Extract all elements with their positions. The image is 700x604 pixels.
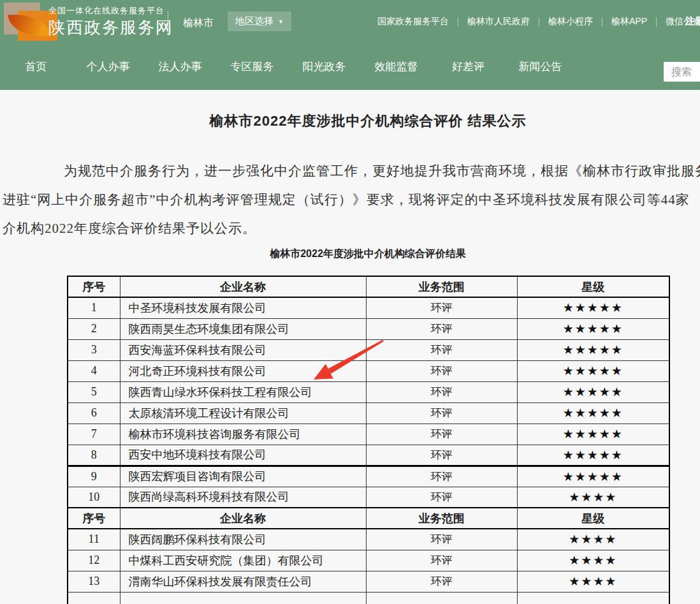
company-name: 陕西雨昊生态环境集团有限公司 <box>120 318 366 339</box>
nav-item-open-government[interactable]: 阳光政务 <box>288 59 360 74</box>
table-header-row-repeat: 序号 企业名称 业务范围 星级 <box>68 508 669 529</box>
table-row: 13 渭南华山环保科技发展有限责任公司 环评 ★★★★ <box>68 571 669 592</box>
star-rating: ★★★★★ <box>517 402 669 424</box>
table-row: 3 西安海蓝环保科技有限公司 环评 ★★★★★ <box>68 339 669 360</box>
column-header-name: 企业名称 <box>120 508 366 529</box>
table-row: 5 陕西青山绿水环保科技工程有限公司 环评 ★★★★★ <box>68 381 669 402</box>
column-header-no: 序号 <box>68 508 120 529</box>
table-header-row: 序号 企业名称 业务范围 星级 <box>68 276 669 297</box>
star-rating: ★★★★ <box>517 487 669 508</box>
current-city-label: 榆林市 <box>183 17 214 30</box>
nav-item-review[interactable]: 好差评 <box>432 59 504 74</box>
paragraph-line-2: 进驻“网上中介服务超市”中介机构考评管理规定（试行）》要求，现将评定的中圣环境科… <box>3 190 690 209</box>
table-row: 2 陕西雨昊生态环境集团有限公司 环评 ★★★★★ <box>68 318 669 339</box>
chevron-down-icon: ▼ <box>278 18 284 25</box>
row-no: 11 <box>68 529 120 550</box>
column-header-no: 序号 <box>68 276 120 297</box>
star-rating: ★★★★★ <box>517 360 669 381</box>
star-rating: ★★★★★ <box>517 466 669 487</box>
company-name: 河北奇正环境科技有限公司 <box>120 360 366 381</box>
row-no: 13 <box>68 571 120 592</box>
business-scope: 环评 <box>366 339 517 360</box>
business-scope: 环评 <box>366 571 517 592</box>
company-name: 中圣环境科技发展有限公司 <box>120 297 366 318</box>
row-no: 8 <box>68 445 120 466</box>
business-scope: 环评 <box>366 402 517 424</box>
business-scope: 环评 <box>366 487 517 508</box>
star-rating: ★★★★★ <box>517 297 669 318</box>
table-row: 12 中煤科工西安研究院（集团）有限公司 环评 ★★★★ <box>68 550 669 571</box>
paragraph-line-3: 介机构2022年度综合评价结果予以公示。 <box>3 219 256 238</box>
company-name: 中煤科工西安研究院（集团）有限公司 <box>120 550 366 571</box>
nav-item-legal-entity[interactable]: 法人办事 <box>144 59 216 74</box>
row-no: 2 <box>68 318 120 339</box>
star-rating: ★★★★★ <box>517 381 669 402</box>
table-row-highlighted-by-arrow: 4 河北奇正环境科技有限公司 环评 ★★★★★ <box>68 360 669 381</box>
company-name: 渭南华山环保科技发展有限责任公司 <box>120 571 366 592</box>
row-no: 4 <box>68 360 120 381</box>
paragraph-line-1: 为规范中介服务行为，进一步强化中介监管工作，更好地提升我市营商环境，根据《榆林市… <box>64 161 700 180</box>
business-scope: 环评 <box>366 381 517 402</box>
register-link[interactable]: 注册 <box>685 15 700 27</box>
nav-item-home[interactable]: 首页 <box>0 59 72 74</box>
business-scope: 环评 <box>366 318 517 339</box>
star-rating: ★★★★★ <box>517 445 669 466</box>
company-name: 陕西阔鹏环保科技有限公司 <box>120 529 366 550</box>
brand-block: 全国一体化在线政务服务平台 陕西政务服务网 <box>48 6 173 38</box>
row-no: 9 <box>68 466 120 487</box>
column-header-scope: 业务范围 <box>366 508 517 529</box>
star-rating: ★★★★ <box>517 571 669 592</box>
company-name: 榆林市环境科技咨询服务有限公司 <box>120 424 366 445</box>
star-rating: ★★★★ <box>517 529 669 550</box>
row-no: 7 <box>68 424 120 445</box>
column-header-stars: 星级 <box>517 508 669 529</box>
business-scope: 环评 <box>366 550 517 571</box>
page-title: 榆林市2022年度涉批中介机构综合评价 结果公示 <box>0 112 700 131</box>
business-scope: 环评 <box>366 424 517 445</box>
main-nav: 首页 个人办事 法人办事 专区服务 阳光政务 效能监督 好差评 新闻公告 <box>0 43 700 90</box>
company-name: 陕西宏辉项目咨询有限公司 <box>120 466 366 487</box>
column-header-scope: 业务范围 <box>366 276 517 297</box>
top-header: 全国一体化在线政务服务平台 陕西政务服务网 榆林市 地区选择 ▼ 国家政务服务平… <box>0 0 700 43</box>
row-no: 5 <box>68 381 120 402</box>
company-name: 西安海蓝环保科技有限公司 <box>120 339 366 360</box>
evaluation-results-table: 序号 企业名称 业务范围 星级 1 中圣环境科技发展有限公司 环评 ★★★★★ … <box>67 276 670 604</box>
company-name: 太原核清环境工程设计有限公司 <box>120 402 366 424</box>
table-row: 8 西安中地环境科技有限公司 环评 ★★★★★ <box>68 445 669 466</box>
table-row: 1 中圣环境科技发展有限公司 环评 ★★★★★ <box>68 297 669 318</box>
row-no: 10 <box>68 487 120 508</box>
link-yulin-miniprogram[interactable]: 榆林小程序 <box>539 16 602 27</box>
table-caption: 榆林市2022年度涉批中介机构综合评价结果 <box>0 247 700 261</box>
site-name: 陕西政务服务网 <box>48 18 173 38</box>
announcement-document: 榆林市2022年度涉批中介机构综合评价 结果公示 为规范中介服务行为，进一步强化… <box>0 90 700 604</box>
table-row: 11 陕西阔鹏环保科技有限公司 环评 ★★★★ <box>68 529 669 550</box>
link-yulin-app[interactable]: 榆林APP <box>602 16 656 27</box>
nav-item-efficiency-supervision[interactable]: 效能监督 <box>360 59 432 74</box>
nav-menu: 首页 个人办事 法人办事 专区服务 阳光政务 效能监督 好差评 新闻公告 <box>0 43 700 90</box>
table-row: 9 陕西宏辉项目咨询有限公司 环评 ★★★★★ <box>68 466 669 487</box>
column-header-name: 企业名称 <box>120 276 366 297</box>
row-no: 12 <box>68 550 120 571</box>
row-no: 6 <box>68 402 120 424</box>
header-links: 国家政务服务平台 榆林市人民政府 榆林小程序 榆林APP 微信公众号 <box>368 0 700 43</box>
search-input[interactable] <box>664 62 700 82</box>
company-name: 陕西尚绿高科环境科技有限公司 <box>120 487 366 508</box>
nav-item-news[interactable]: 新闻公告 <box>504 59 576 74</box>
link-yulin-government[interactable]: 榆林市人民政府 <box>458 16 539 27</box>
star-rating: ★★★★★ <box>517 318 669 339</box>
business-scope: 环评 <box>366 360 517 381</box>
business-scope: 环评 <box>366 466 517 487</box>
header-divider <box>168 11 168 34</box>
table-row: 10 陕西尚绿高科环境科技有限公司 环评 ★★★★ <box>68 487 669 508</box>
business-scope: 环评 <box>366 445 517 466</box>
company-name: 西安中地环境科技有限公司 <box>120 445 366 466</box>
row-no: 1 <box>68 297 120 318</box>
business-scope: 环评 <box>366 297 517 318</box>
table-row: 7 榆林市环境科技咨询服务有限公司 环评 ★★★★★ <box>68 424 669 445</box>
region-selector-button[interactable]: 地区选择 ▼ <box>228 11 291 31</box>
nav-item-zone-services[interactable]: 专区服务 <box>216 59 288 74</box>
region-selector-label: 地区选择 <box>235 15 273 27</box>
business-scope: 环评 <box>366 529 517 550</box>
link-national-platform[interactable]: 国家政务服务平台 <box>368 16 458 27</box>
nav-item-personal[interactable]: 个人办事 <box>72 59 144 74</box>
